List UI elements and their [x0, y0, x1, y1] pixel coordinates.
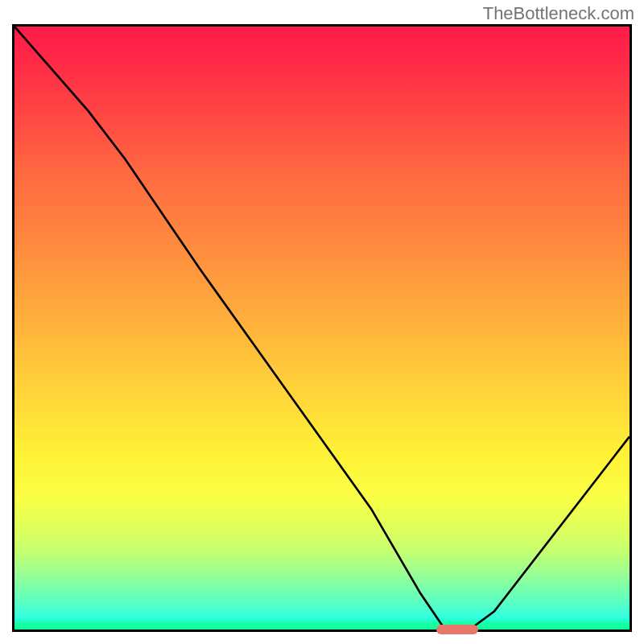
- watermark-text: TheBottleneck.com: [483, 3, 634, 24]
- chart-plot-area: [12, 24, 632, 632]
- chart-curve-path: [14, 27, 630, 630]
- chart-curve-svg: [14, 27, 630, 630]
- chart-optimal-marker: [436, 625, 478, 634]
